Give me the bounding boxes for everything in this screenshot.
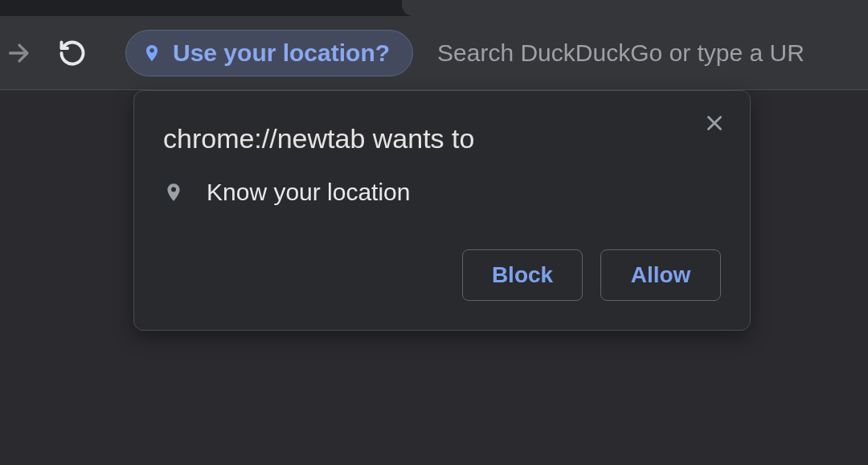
close-icon	[704, 113, 725, 134]
reload-icon	[58, 39, 87, 68]
arrow-right-icon	[6, 39, 33, 67]
tab-strip	[0, 0, 868, 16]
block-button[interactable]: Block	[462, 249, 583, 301]
reload-button[interactable]	[53, 34, 92, 72]
location-permission-chip[interactable]: Use your location?	[125, 30, 413, 76]
allow-button[interactable]: Allow	[600, 249, 721, 301]
browser-toolbar: Use your location? Search DuckDuckGo or …	[0, 16, 868, 90]
close-button[interactable]	[700, 109, 729, 138]
forward-button[interactable]	[0, 34, 39, 72]
location-chip-label: Use your location?	[173, 39, 390, 67]
dialog-button-row: Block Allow	[163, 249, 721, 301]
permission-dialog: chrome://newtab wants to Know your locat…	[133, 90, 751, 331]
permission-label: Know your location	[207, 179, 410, 206]
location-pin-icon	[163, 179, 184, 205]
omnibox-placeholder[interactable]: Search DuckDuckGo or type a UR	[437, 39, 805, 67]
permission-row: Know your location	[163, 179, 721, 206]
dialog-title: chrome://newtab wants to	[163, 123, 721, 154]
location-pin-icon	[142, 41, 162, 65]
